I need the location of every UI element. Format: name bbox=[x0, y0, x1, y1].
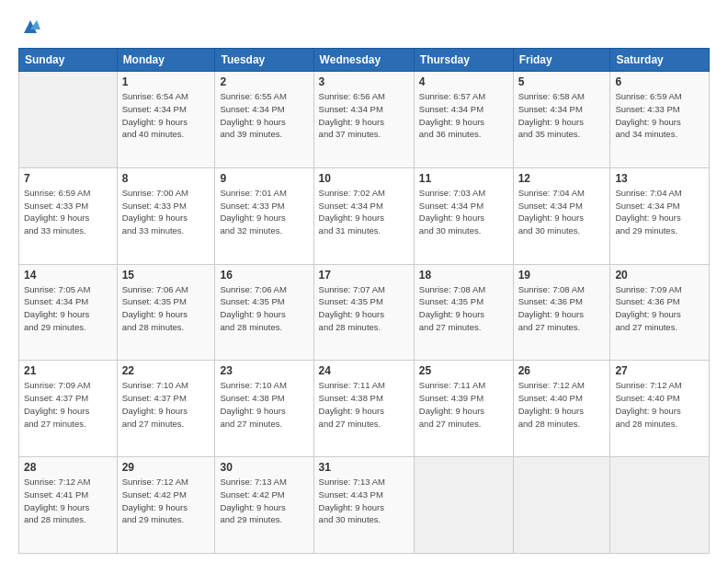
calendar-day-cell: 25Sunrise: 7:11 AM Sunset: 4:39 PM Dayli… bbox=[414, 361, 513, 457]
day-number: 12 bbox=[518, 172, 606, 185]
calendar-table: SundayMondayTuesdayWednesdayThursdayFrid… bbox=[18, 48, 710, 554]
day-number: 5 bbox=[518, 75, 606, 88]
day-number: 1 bbox=[122, 75, 210, 88]
day-number: 25 bbox=[419, 364, 508, 377]
day-number: 6 bbox=[615, 75, 704, 88]
day-number: 14 bbox=[24, 269, 112, 282]
day-info: Sunrise: 7:06 AM Sunset: 4:35 PM Dayligh… bbox=[220, 283, 308, 334]
day-info: Sunrise: 6:59 AM Sunset: 4:33 PM Dayligh… bbox=[615, 90, 704, 141]
day-number: 27 bbox=[615, 364, 704, 377]
day-of-week-header: Thursday bbox=[414, 49, 513, 72]
day-info: Sunrise: 7:03 AM Sunset: 4:34 PM Dayligh… bbox=[419, 187, 508, 237]
day-info: Sunrise: 7:10 AM Sunset: 4:37 PM Dayligh… bbox=[122, 379, 210, 430]
day-info: Sunrise: 7:13 AM Sunset: 4:42 PM Dayligh… bbox=[220, 476, 308, 526]
calendar-day-cell: 30Sunrise: 7:13 AM Sunset: 4:42 PM Dayli… bbox=[215, 457, 313, 554]
calendar-day-cell: 2Sunrise: 6:55 AM Sunset: 4:34 PM Daylig… bbox=[215, 72, 313, 168]
day-number: 26 bbox=[518, 364, 606, 377]
logo bbox=[18, 17, 40, 37]
day-info: Sunrise: 7:12 AM Sunset: 4:40 PM Dayligh… bbox=[518, 379, 606, 430]
day-info: Sunrise: 7:12 AM Sunset: 4:40 PM Dayligh… bbox=[615, 379, 704, 430]
day-number: 19 bbox=[518, 269, 606, 282]
calendar-day-cell: 12Sunrise: 7:04 AM Sunset: 4:34 PM Dayli… bbox=[513, 167, 610, 264]
day-info: Sunrise: 7:08 AM Sunset: 4:35 PM Dayligh… bbox=[419, 283, 508, 334]
day-number: 7 bbox=[24, 172, 112, 185]
day-number: 18 bbox=[419, 269, 508, 282]
day-number: 16 bbox=[220, 269, 308, 282]
day-number: 13 bbox=[615, 172, 704, 185]
calendar-day-cell: 14Sunrise: 7:05 AM Sunset: 4:34 PM Dayli… bbox=[19, 264, 118, 361]
calendar-week-row: 1Sunrise: 6:54 AM Sunset: 4:34 PM Daylig… bbox=[19, 72, 710, 168]
calendar-header: SundayMondayTuesdayWednesdayThursdayFrid… bbox=[19, 49, 710, 72]
day-info: Sunrise: 7:12 AM Sunset: 4:41 PM Dayligh… bbox=[24, 476, 112, 526]
calendar-day-cell: 24Sunrise: 7:11 AM Sunset: 4:38 PM Dayli… bbox=[313, 361, 414, 457]
day-info: Sunrise: 6:54 AM Sunset: 4:34 PM Dayligh… bbox=[122, 90, 210, 141]
day-number: 9 bbox=[220, 172, 308, 185]
day-info: Sunrise: 7:04 AM Sunset: 4:34 PM Dayligh… bbox=[518, 187, 606, 237]
calendar-day-cell: 19Sunrise: 7:08 AM Sunset: 4:36 PM Dayli… bbox=[513, 264, 610, 361]
day-info: Sunrise: 7:05 AM Sunset: 4:34 PM Dayligh… bbox=[24, 283, 112, 334]
day-info: Sunrise: 7:12 AM Sunset: 4:42 PM Dayligh… bbox=[122, 476, 210, 526]
calendar-day-cell: 20Sunrise: 7:09 AM Sunset: 4:36 PM Dayli… bbox=[610, 264, 710, 361]
day-of-week-header: Tuesday bbox=[215, 49, 313, 72]
day-number: 24 bbox=[319, 364, 409, 377]
day-info: Sunrise: 6:56 AM Sunset: 4:34 PM Dayligh… bbox=[319, 90, 409, 141]
day-number: 30 bbox=[220, 461, 308, 474]
calendar-week-row: 14Sunrise: 7:05 AM Sunset: 4:34 PM Dayli… bbox=[19, 264, 710, 361]
calendar-day-cell: 11Sunrise: 7:03 AM Sunset: 4:34 PM Dayli… bbox=[414, 167, 513, 264]
calendar-week-row: 28Sunrise: 7:12 AM Sunset: 4:41 PM Dayli… bbox=[19, 457, 710, 554]
page: SundayMondayTuesdayWednesdayThursdayFrid… bbox=[0, 0, 728, 563]
day-of-week-header: Monday bbox=[117, 49, 215, 72]
calendar-day-cell: 28Sunrise: 7:12 AM Sunset: 4:41 PM Dayli… bbox=[19, 457, 118, 554]
day-of-week-header: Saturday bbox=[610, 49, 710, 72]
day-info: Sunrise: 6:57 AM Sunset: 4:34 PM Dayligh… bbox=[419, 90, 508, 141]
day-info: Sunrise: 7:07 AM Sunset: 4:35 PM Dayligh… bbox=[319, 283, 409, 334]
calendar-day-cell: 18Sunrise: 7:08 AM Sunset: 4:35 PM Dayli… bbox=[414, 264, 513, 361]
calendar-day-cell: 10Sunrise: 7:02 AM Sunset: 4:34 PM Dayli… bbox=[313, 167, 414, 264]
day-number: 15 bbox=[122, 269, 210, 282]
calendar-day-cell bbox=[610, 457, 710, 554]
calendar-day-cell: 16Sunrise: 7:06 AM Sunset: 4:35 PM Dayli… bbox=[215, 264, 313, 361]
day-info: Sunrise: 7:06 AM Sunset: 4:35 PM Dayligh… bbox=[122, 283, 210, 334]
calendar-day-cell: 23Sunrise: 7:10 AM Sunset: 4:38 PM Dayli… bbox=[215, 361, 313, 457]
day-number: 20 bbox=[615, 269, 704, 282]
day-info: Sunrise: 6:59 AM Sunset: 4:33 PM Dayligh… bbox=[24, 187, 112, 237]
day-number: 21 bbox=[24, 364, 112, 377]
calendar-day-cell: 5Sunrise: 6:58 AM Sunset: 4:34 PM Daylig… bbox=[513, 72, 610, 168]
calendar-day-cell: 22Sunrise: 7:10 AM Sunset: 4:37 PM Dayli… bbox=[117, 361, 215, 457]
day-number: 4 bbox=[419, 75, 508, 88]
calendar-day-cell: 27Sunrise: 7:12 AM Sunset: 4:40 PM Dayli… bbox=[610, 361, 710, 457]
day-info: Sunrise: 7:11 AM Sunset: 4:39 PM Dayligh… bbox=[419, 379, 508, 430]
day-number: 29 bbox=[122, 461, 210, 474]
day-info: Sunrise: 6:55 AM Sunset: 4:34 PM Dayligh… bbox=[220, 90, 308, 141]
day-info: Sunrise: 7:01 AM Sunset: 4:33 PM Dayligh… bbox=[220, 187, 308, 237]
calendar-day-cell bbox=[19, 72, 118, 168]
day-info: Sunrise: 7:09 AM Sunset: 4:37 PM Dayligh… bbox=[24, 379, 112, 430]
day-number: 22 bbox=[122, 364, 210, 377]
day-number: 2 bbox=[220, 75, 308, 88]
calendar-day-cell: 8Sunrise: 7:00 AM Sunset: 4:33 PM Daylig… bbox=[117, 167, 215, 264]
day-number: 28 bbox=[24, 461, 112, 474]
calendar-day-cell: 31Sunrise: 7:13 AM Sunset: 4:43 PM Dayli… bbox=[313, 457, 414, 554]
calendar-week-row: 7Sunrise: 6:59 AM Sunset: 4:33 PM Daylig… bbox=[19, 167, 710, 264]
day-info: Sunrise: 7:02 AM Sunset: 4:34 PM Dayligh… bbox=[319, 187, 409, 237]
day-info: Sunrise: 7:00 AM Sunset: 4:33 PM Dayligh… bbox=[122, 187, 210, 237]
calendar-day-cell: 13Sunrise: 7:04 AM Sunset: 4:34 PM Dayli… bbox=[610, 167, 710, 264]
day-info: Sunrise: 7:13 AM Sunset: 4:43 PM Dayligh… bbox=[319, 476, 409, 526]
day-number: 23 bbox=[220, 364, 308, 377]
calendar-day-cell bbox=[414, 457, 513, 554]
day-number: 8 bbox=[122, 172, 210, 185]
logo-icon bbox=[20, 17, 40, 37]
day-info: Sunrise: 7:10 AM Sunset: 4:38 PM Dayligh… bbox=[220, 379, 308, 430]
calendar-day-cell: 6Sunrise: 6:59 AM Sunset: 4:33 PM Daylig… bbox=[610, 72, 710, 168]
day-number: 10 bbox=[319, 172, 409, 185]
calendar-day-cell bbox=[513, 457, 610, 554]
day-of-week-header: Wednesday bbox=[313, 49, 414, 72]
calendar-day-cell: 3Sunrise: 6:56 AM Sunset: 4:34 PM Daylig… bbox=[313, 72, 414, 168]
calendar-day-cell: 26Sunrise: 7:12 AM Sunset: 4:40 PM Dayli… bbox=[513, 361, 610, 457]
day-info: Sunrise: 7:04 AM Sunset: 4:34 PM Dayligh… bbox=[615, 187, 704, 237]
day-number: 17 bbox=[319, 269, 409, 282]
calendar-day-cell: 17Sunrise: 7:07 AM Sunset: 4:35 PM Dayli… bbox=[313, 264, 414, 361]
day-info: Sunrise: 7:09 AM Sunset: 4:36 PM Dayligh… bbox=[615, 283, 704, 334]
day-of-week-header: Sunday bbox=[19, 49, 118, 72]
calendar-day-cell: 21Sunrise: 7:09 AM Sunset: 4:37 PM Dayli… bbox=[19, 361, 118, 457]
